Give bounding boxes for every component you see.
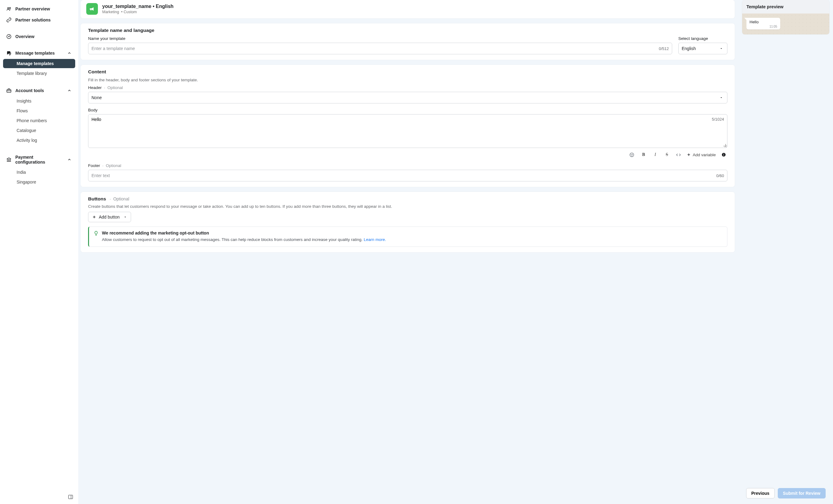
emoji-icon[interactable]	[628, 151, 636, 159]
sidebar-template-library[interactable]: Template library	[3, 69, 75, 78]
optional-label: Optional	[113, 196, 129, 201]
body-toolbar: B I S Add variable	[88, 151, 728, 159]
chevron-up-icon	[67, 50, 72, 56]
sidebar-manage-templates[interactable]: Manage templates	[3, 59, 75, 68]
body-textarea[interactable]	[92, 117, 706, 145]
gauge-icon	[6, 34, 11, 39]
sidebar-overview[interactable]: Overview	[3, 31, 75, 42]
buttons-card: Buttons · Optional Create buttons that l…	[81, 192, 735, 252]
caret-down-icon	[718, 95, 724, 100]
caret-down-icon	[718, 46, 724, 51]
nav-label: Partner overview	[15, 6, 50, 11]
sidebar-payment-configurations[interactable]: Payment configurations	[3, 152, 75, 167]
svg-point-0	[8, 8, 9, 9]
bank-icon	[6, 157, 11, 162]
italic-icon[interactable]: I	[651, 151, 659, 159]
svg-point-6	[630, 153, 634, 157]
callout-title: We recommend adding the marketing opt-ou…	[102, 231, 386, 235]
sidebar-phone-numbers[interactable]: Phone numbers	[3, 116, 75, 125]
main-content: your_template_name • English Marketing •…	[81, 0, 737, 482]
svg-point-1	[9, 7, 11, 8]
footer-actions: Previous Submit for Review	[746, 488, 826, 499]
sidebar-account-tools[interactable]: Account tools	[3, 85, 75, 96]
bold-icon[interactable]: B	[640, 151, 647, 159]
nav-label: Phone numbers	[17, 118, 47, 123]
language-select[interactable]: English	[678, 43, 728, 54]
bubble-time: 11:05	[749, 25, 777, 28]
nav-label: Catalogue	[17, 128, 36, 133]
content-card: Content Fill in the header, body and foo…	[81, 65, 735, 187]
link-icon	[6, 17, 11, 23]
svg-point-11	[723, 153, 724, 154]
sidebar-flows[interactable]: Flows	[3, 106, 75, 115]
bubble-text: Hello	[749, 20, 777, 24]
section-desc: Create buttons that let customers respon…	[88, 204, 728, 209]
template-name-input-wrap: 0/512	[88, 43, 672, 54]
learn-more-link[interactable]: Learn more.	[364, 237, 386, 242]
sidebar-partner-solutions[interactable]: Partner solutions	[3, 15, 75, 25]
sidebar-partner-overview[interactable]: Partner overview	[3, 4, 75, 14]
sidebar-insights[interactable]: Insights	[3, 96, 75, 105]
template-name-input[interactable]	[92, 46, 656, 51]
chevron-up-icon	[67, 88, 72, 93]
lightbulb-icon	[93, 231, 99, 236]
resize-handle-icon[interactable]	[723, 144, 727, 147]
header-type-value: None	[92, 95, 718, 100]
add-button-dropdown[interactable]: Add button	[88, 212, 131, 222]
previous-button[interactable]: Previous	[746, 488, 775, 499]
chevron-up-icon	[67, 157, 72, 162]
submit-for-review-button[interactable]: Submit for Review	[778, 488, 826, 499]
header-type-select[interactable]: None	[88, 92, 728, 103]
section-desc: Fill in the header, body and footer sect…	[88, 78, 728, 82]
code-icon[interactable]	[675, 151, 682, 159]
section-title: Buttons	[88, 196, 106, 201]
nav-label: India	[17, 170, 26, 175]
svg-point-7	[631, 154, 632, 154]
preview-body: Hello 11:05	[742, 14, 829, 34]
body-counter: 5/1024	[712, 117, 724, 122]
preview-message-bubble: Hello 11:05	[746, 18, 780, 29]
sidebar-activity-log[interactable]: Activity log	[3, 136, 75, 145]
sidebar-payment-india[interactable]: India	[3, 168, 75, 177]
name-label: Name your template	[88, 36, 672, 41]
language-value: English	[682, 46, 718, 51]
opt-out-callout: We recommend adding the marketing opt-ou…	[88, 226, 728, 247]
megaphone-icon	[86, 3, 98, 15]
nav-label: Template library	[17, 71, 47, 76]
header-label: Header · Optional	[88, 85, 728, 90]
sidebar-catalogue[interactable]: Catalogue	[3, 126, 75, 135]
preview-panel: Template preview Hello 11:05	[737, 0, 829, 482]
language-label: Select language	[678, 36, 728, 41]
template-header-card: your_template_name • English Marketing •…	[81, 0, 735, 18]
name-counter: 0/512	[659, 46, 669, 51]
nav-label: Overview	[15, 34, 34, 39]
briefcase-icon	[6, 88, 11, 93]
sidebar-message-templates[interactable]: Message templates	[3, 48, 75, 58]
svg-rect-10	[723, 154, 724, 156]
section-title-row: Buttons · Optional	[88, 196, 728, 202]
nav-label: Insights	[17, 98, 31, 103]
section-title: Template name and language	[88, 28, 728, 33]
template-meta: Marketing • Custom	[102, 10, 173, 14]
nav-label: Singapore	[17, 179, 36, 185]
collapse-sidebar-icon[interactable]	[68, 494, 73, 500]
nav-label: Payment configurations	[15, 155, 63, 165]
strikethrough-icon[interactable]: S	[663, 151, 671, 159]
footer-label: Footer · Optional	[88, 163, 728, 168]
footer-input[interactable]	[92, 173, 714, 178]
footer-counter: 0/60	[716, 173, 724, 178]
add-variable-button[interactable]: Add variable	[687, 152, 716, 157]
users-icon	[6, 6, 11, 12]
section-title: Content	[88, 69, 728, 75]
nav-label: Partner solutions	[15, 18, 51, 22]
preview-title: Template preview	[742, 0, 829, 14]
footer-input-wrap: 0/60	[88, 170, 728, 182]
svg-point-8	[632, 154, 633, 154]
sidebar-payment-singapore[interactable]: Singapore	[3, 177, 75, 187]
svg-point-3	[8, 36, 9, 37]
nav-label: Account tools	[15, 88, 44, 93]
nav-label: Activity log	[17, 138, 37, 143]
svg-rect-5	[68, 495, 73, 499]
info-icon[interactable]	[720, 151, 728, 159]
body-label: Body	[88, 108, 728, 112]
